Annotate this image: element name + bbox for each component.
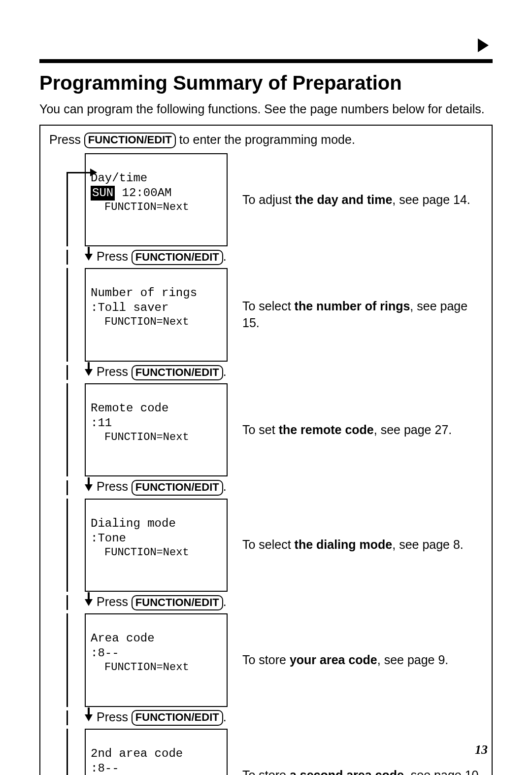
- flow-step: 2nd area code:8--FUNCTION=Next To store …: [49, 729, 483, 775]
- flow-step: Remote code:11FUNCTION=Next To set the r…: [49, 383, 483, 477]
- press-label: Press FUNCTION/EDIT.: [97, 249, 227, 265]
- lcd-line: FUNCTION=Next: [91, 315, 222, 329]
- lcd-line: :Toll saver: [91, 301, 222, 315]
- flow-step: Number of rings:Toll saverFUNCTION=Next …: [49, 268, 483, 362]
- lcd-inverse: SUN: [91, 186, 115, 201]
- lcd-line: :8--: [91, 761, 222, 775]
- text-bold: the number of rings: [295, 299, 410, 313]
- lcd-display: Day/timeSUN 12:00AMFUNCTION=Next: [85, 153, 228, 247]
- flow-step: Dialing mode:ToneFUNCTION=Next To select…: [49, 499, 483, 592]
- function-edit-button: FUNCTION/EDIT: [132, 250, 223, 265]
- page-number: 13: [475, 742, 488, 757]
- down-arrow-icon: [85, 714, 93, 721]
- step-description: To select the number of rings, see page …: [228, 268, 483, 362]
- press-row: Press FUNCTION/EDIT.: [49, 479, 483, 495]
- text: To select: [242, 299, 295, 313]
- press-row: Press FUNCTION/EDIT.: [49, 249, 483, 265]
- flow-step: Day/timeSUN 12:00AMFUNCTION=Next To adju…: [49, 153, 483, 247]
- lcd-line: Dialing mode: [91, 516, 222, 531]
- lcd-text: 12:00AM: [115, 186, 171, 200]
- text: To store: [242, 768, 290, 775]
- lcd-line: Number of rings: [91, 286, 222, 301]
- text: To adjust: [242, 193, 295, 206]
- step-description: To store a second area code, see page 10…: [228, 729, 483, 775]
- lcd-line: 2nd area code: [91, 746, 222, 761]
- text: Press: [97, 249, 132, 263]
- press-row: Press FUNCTION/EDIT.: [49, 365, 483, 380]
- text-bold: your area code: [290, 653, 377, 667]
- text: Press: [49, 133, 84, 146]
- lcd-display: Area code:8--FUNCTION=Next: [85, 613, 228, 707]
- text-bold: the day and time: [295, 193, 392, 206]
- press-label: Press FUNCTION/EDIT.: [97, 365, 227, 380]
- lcd-display: Remote code:11FUNCTION=Next: [85, 383, 228, 477]
- lcd-line: FUNCTION=Next: [91, 661, 222, 674]
- lcd-line: :11: [91, 416, 222, 431]
- function-edit-button: FUNCTION/EDIT: [84, 133, 176, 148]
- step-description: To store your area code, see page 9.: [228, 613, 483, 707]
- lcd-line: SUN 12:00AM: [91, 186, 222, 201]
- step-description: To set the remote code, see page 27.: [228, 383, 483, 477]
- text: Press: [97, 710, 132, 724]
- lcd-line: Day/time: [91, 171, 222, 186]
- down-arrow-icon: [85, 484, 93, 491]
- lcd-line: FUNCTION=Next: [91, 546, 222, 560]
- press-label: Press FUNCTION/EDIT.: [97, 595, 227, 610]
- flow-step: Area code:8--FUNCTION=Next To store your…: [49, 613, 483, 707]
- lcd-line: Area code: [91, 631, 222, 646]
- text-bold: a second area code: [290, 768, 404, 775]
- text: Press: [97, 365, 132, 378]
- lcd-line: :Tone: [91, 531, 222, 546]
- text: Press: [97, 479, 132, 493]
- text-bold: the remote code: [279, 423, 374, 437]
- flow-rail: [49, 153, 85, 247]
- function-edit-button: FUNCTION/EDIT: [132, 480, 223, 495]
- press-row: Press FUNCTION/EDIT.: [49, 595, 483, 610]
- down-arrow-icon: [85, 369, 93, 376]
- function-edit-button: FUNCTION/EDIT: [132, 365, 223, 380]
- press-label: Press FUNCTION/EDIT.: [97, 479, 227, 495]
- text: , see page 8.: [392, 538, 464, 551]
- text: , see page 9.: [377, 653, 449, 667]
- text-bold: the dialing mode: [295, 538, 393, 551]
- text: , see page 27.: [374, 423, 452, 437]
- text: To select: [242, 538, 295, 551]
- press-row: Press FUNCTION/EDIT.: [49, 710, 483, 726]
- text: To set: [242, 423, 279, 437]
- text: to enter the programming mode.: [176, 133, 355, 146]
- page: Programming Summary of Preparation You c…: [0, 0, 532, 775]
- top-rule: [39, 59, 493, 63]
- down-arrow-icon: [85, 254, 93, 261]
- lcd-line: FUNCTION=Next: [91, 431, 222, 444]
- intro-text: You can program the following functions.…: [39, 101, 493, 118]
- lcd-display: Number of rings:Toll saverFUNCTION=Next: [85, 268, 228, 362]
- text: To store: [242, 653, 290, 667]
- lcd-display: 2nd area code:8--FUNCTION=Next: [85, 729, 228, 775]
- function-edit-button: FUNCTION/EDIT: [132, 595, 223, 610]
- text: Press: [97, 595, 132, 608]
- flow-area: Day/timeSUN 12:00AMFUNCTION=Next To adju…: [49, 153, 483, 775]
- press-label: Press FUNCTION/EDIT.: [97, 710, 227, 726]
- step-description: To adjust the day and time, see page 14.: [228, 153, 483, 247]
- text: , see page 10.: [404, 768, 482, 775]
- enter-mode-line: Press FUNCTION/EDIT to enter the program…: [49, 132, 483, 148]
- lcd-line: Remote code: [91, 401, 222, 416]
- page-title: Programming Summary of Preparation: [39, 72, 493, 94]
- function-edit-button: FUNCTION/EDIT: [132, 710, 223, 725]
- lcd-line: FUNCTION=Next: [91, 201, 222, 214]
- text: , see page 14.: [392, 193, 470, 206]
- lcd-line: :8--: [91, 646, 222, 661]
- flow-frame: Press FUNCTION/EDIT to enter the program…: [39, 125, 493, 775]
- step-description: To select the dialing mode, see page 8.: [228, 499, 483, 592]
- next-page-icon: [478, 38, 489, 52]
- down-arrow-icon: [85, 599, 93, 606]
- lcd-display: Dialing mode:ToneFUNCTION=Next: [85, 499, 228, 592]
